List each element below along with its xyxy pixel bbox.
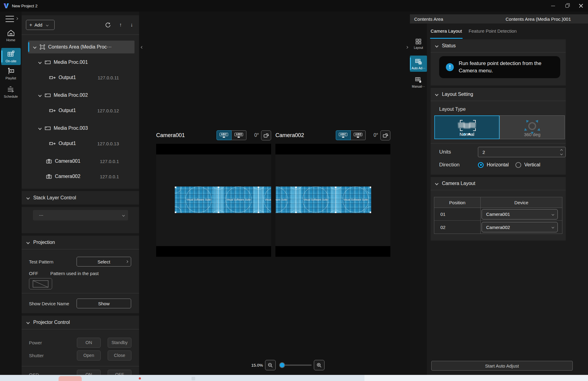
camera-icon (46, 174, 52, 179)
refresh-button[interactable] (105, 22, 111, 28)
collapse-icon[interactable] (38, 93, 41, 97)
zoom-slider[interactable] (280, 365, 312, 366)
osd-off-button[interactable]: OFF (108, 370, 131, 375)
start-auto-adjust-button[interactable]: Start Auto Adjust (431, 361, 573, 371)
close-icon (579, 4, 583, 8)
info-icon (446, 63, 454, 71)
collapse-icon[interactable] (33, 45, 36, 49)
close-button[interactable] (574, 0, 588, 12)
chevron-down-icon (46, 24, 48, 26)
move-up-button[interactable]: ↑ (119, 22, 122, 28)
normal-layout-icon (456, 120, 478, 132)
power-on-button[interactable]: ON (77, 338, 101, 348)
flip-mirrored-button[interactable]: DBA (231, 130, 246, 140)
nav-item-playlist[interactable]: Playlist (0, 67, 22, 80)
camera-layout-header[interactable]: Camera Layout (431, 177, 566, 190)
spinner-up-icon[interactable] (560, 149, 563, 151)
tree-row-media-proc-001[interactable]: Media Proc.001 (28, 56, 134, 69)
tree-row-output1[interactable]: Output1 127.0.0.13 (28, 137, 134, 150)
status-header[interactable]: Status (431, 39, 566, 52)
tab-camera-layout[interactable]: Camera Layout (431, 28, 462, 39)
nav-item-onsite[interactable]: On-site (1, 48, 21, 65)
add-button[interactable]: + Add (26, 20, 55, 30)
zoom-out-button[interactable] (265, 360, 276, 370)
tree-row-output1[interactable]: Output1 127.0.0.11 (28, 71, 134, 84)
shutter-open-button[interactable]: Open (77, 350, 101, 361)
shutter-close-button[interactable]: Close (108, 350, 131, 361)
camera1-rotate-button[interactable] (261, 130, 271, 140)
minimize-button[interactable] (546, 0, 560, 12)
expand-right-panel-button[interactable] (404, 43, 409, 52)
panel-title: Contents Area (414, 16, 443, 22)
camera1-flip-toggle: ABC DBA (217, 130, 246, 140)
tool-auto-adjust[interactable]: Auto Ad··· (410, 56, 427, 72)
test-pattern-select-button[interactable]: Select (77, 257, 131, 267)
stack-layer-dropdown[interactable]: --- (33, 210, 128, 220)
units-spinner[interactable] (561, 150, 562, 155)
units-label: Units (439, 149, 451, 155)
column-header-position: Position (434, 197, 481, 208)
dropdown-value: Camera002 (486, 225, 510, 230)
projector-base-icon (357, 136, 359, 138)
show-device-name-button[interactable]: Show (77, 299, 131, 308)
direction-vertical-radio[interactable]: Vertical (515, 162, 540, 168)
home-icon (7, 29, 15, 37)
camera2-preview[interactable]: Visual Software Suite Visual Software Su… (275, 144, 390, 257)
tool-manual-adjust[interactable]: Manual··· (410, 76, 427, 88)
zoom-slider-thumb[interactable] (279, 362, 285, 368)
nav-expand-icon[interactable] (16, 17, 18, 20)
collapse-icon[interactable] (38, 60, 41, 64)
layout-type-360deg[interactable]: 360 deg (500, 115, 565, 139)
chevron-down-icon (552, 226, 554, 228)
osd-on-button[interactable]: ON (77, 370, 101, 375)
window-title: New Project 2 (12, 4, 38, 8)
shutter-label: Shutter (29, 353, 44, 358)
tree-row-output1[interactable]: Output1 127.0.0.12 (28, 104, 134, 117)
tab-feature-point-detection[interactable]: Feature Point Detection (469, 28, 517, 39)
tree-row-media-proc-003[interactable]: Media Proc.003 (28, 122, 134, 135)
menu-button[interactable] (5, 16, 14, 22)
layout-icon (415, 38, 422, 45)
tree-row-contents-area[interactable]: Contents Area (Media Proc··· (28, 41, 134, 53)
dropdown-value: Camera001 (486, 212, 510, 217)
panel-context: Contents Area (Media Proc.)001 (506, 16, 571, 22)
camera2-rotate-button[interactable] (380, 130, 390, 140)
chevron-left-icon (141, 46, 143, 49)
radio-label: Horizontal (487, 162, 509, 168)
collapse-left-panel-button[interactable] (140, 43, 145, 52)
device-tree: Contents Area (Media Proc··· Media Proc.… (22, 35, 139, 189)
nav-item-home[interactable]: Home (0, 29, 22, 42)
flip-normal-button[interactable]: ABC (217, 130, 231, 140)
camera-icon (46, 158, 52, 164)
nav-item-schedule[interactable]: Schedule (0, 86, 22, 98)
maximize-button[interactable] (560, 0, 574, 12)
background-window-blob (59, 376, 82, 381)
projection-header[interactable]: Projection (22, 236, 139, 249)
tree-row-media-proc-002[interactable]: Media Proc.002 (28, 89, 134, 102)
camera1-preview[interactable]: Visual Software Suite Visual Software Su… (156, 144, 271, 257)
power-standby-button[interactable]: Standby (108, 338, 131, 348)
tree-row-camera001[interactable]: Camera001 127.0.0.1 (28, 155, 134, 168)
device-dropdown-02[interactable]: Camera002 (482, 222, 558, 232)
projector-control-header[interactable]: Projector Control (22, 316, 139, 329)
flip-normal-button[interactable]: ABC (336, 130, 351, 140)
zoom-in-button[interactable] (314, 360, 324, 370)
device-dropdown-01[interactable]: Camera001 (482, 209, 558, 220)
move-down-button[interactable]: ↓ (131, 22, 133, 28)
layout-type-normal[interactable]: Normal (434, 115, 500, 139)
tree-row-camera002[interactable]: Camera002 127.0.0.1 (28, 170, 134, 183)
layout-setting-header[interactable]: Layout Setting (431, 88, 566, 101)
units-input[interactable]: 2 (478, 147, 566, 157)
direction-horizontal-radio[interactable]: Horizontal (478, 162, 509, 168)
flip-mirrored-icon: DBA (235, 133, 243, 136)
tree-item-label: Camera001 (55, 158, 81, 164)
projector-base-icon (342, 136, 345, 138)
pattern-off-thumbnail[interactable] (29, 278, 52, 289)
camera-layout-table: Position Device 01 Camera001 (434, 197, 562, 234)
flip-mirrored-button[interactable]: DBA (351, 130, 366, 140)
stack-layer-header[interactable]: Stack Layer Control (22, 191, 139, 205)
spinner-down-icon[interactable] (560, 152, 563, 155)
show-button-label: Show (98, 301, 110, 306)
collapse-icon[interactable] (38, 126, 41, 130)
tool-layout[interactable]: Layout (410, 38, 427, 49)
